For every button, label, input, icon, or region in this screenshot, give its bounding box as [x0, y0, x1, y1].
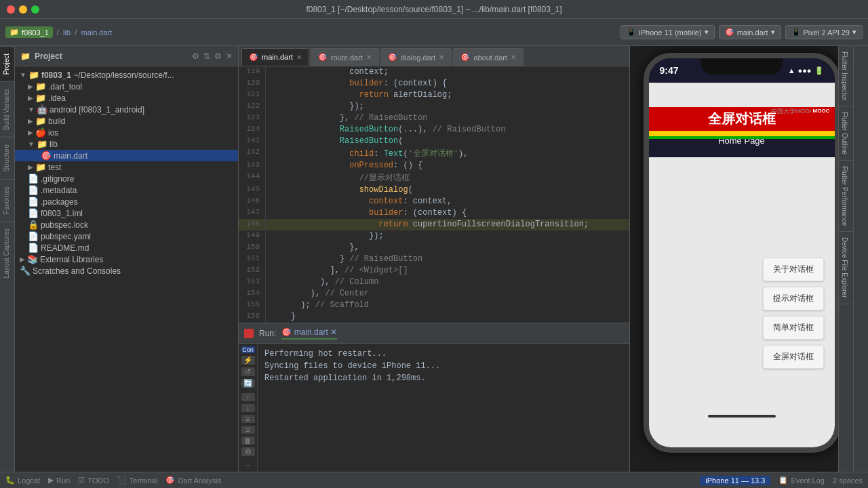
dart-icon: 🎯 — [388, 53, 397, 62]
scroll-up-icon[interactable]: ↑ — [241, 393, 255, 401]
tree-item-android[interactable]: ▼ 🤖 android [f0803_1_android] — [15, 104, 238, 115]
expand-arrow: ▶ — [28, 83, 33, 90]
tree-item-external-libraries[interactable]: ▶ 📚 External Libraries — [15, 253, 238, 265]
phone-btn-alert[interactable]: 提示对话框 — [763, 287, 824, 310]
phone-frame: 9:47 ▲ ●●● 🔋 全屏对话框 中国大学MOOC MOOC — [644, 53, 840, 453]
tab-flutter-inspector[interactable]: Flutter Inspector — [839, 46, 853, 106]
console-tab-restart[interactable]: ↺ — [241, 367, 255, 376]
tab-flutter-performance[interactable]: Flutter Performance — [839, 161, 853, 232]
tab-device-file-explorer[interactable]: Device File Explorer — [839, 232, 853, 304]
settings-icon[interactable]: ⚙ — [241, 447, 255, 456]
right-panel-tabs: Flutter Inspector Flutter Outline Flutte… — [838, 46, 853, 472]
wrap-lines-icon[interactable]: ≡ — [241, 415, 255, 423]
tree-item-ios[interactable]: ▶ 🍎 ios — [15, 127, 238, 138]
tree-item-build[interactable]: ▶ 📁 build — [15, 115, 238, 127]
tree-item-pubspec-lock[interactable]: 🔒 pubspec.lock — [15, 219, 238, 230]
breadcrumb-sep2: / — [75, 28, 77, 37]
device-status-badge[interactable]: iPhone 11 — 13.3 — [700, 476, 770, 485]
scroll-down-icon[interactable]: ↓ — [241, 404, 255, 412]
project-badge[interactable]: 📁 f0803_1 — [5, 26, 53, 38]
status-spaces[interactable]: 2 spaces — [833, 476, 863, 485]
terminal-icon: ⬛ — [117, 476, 127, 485]
status-bar: 🐛 Logcat ▶ Run ☑ TODO ⬛ Terminal 🎯 Dart … — [0, 472, 868, 488]
code-line: 144 //显示对话框 — [239, 171, 629, 184]
code-line: 142 child: Text('全屏对话框'), — [239, 147, 629, 160]
console-tab-sync[interactable]: 🔄 — [241, 379, 255, 388]
sidebar-item-build-variants[interactable]: Build Variants — [0, 81, 14, 137]
close-panel-icon[interactable]: ✕ — [226, 52, 233, 61]
green-bar — [649, 136, 835, 139]
tab-close-icon[interactable]: ✕ — [330, 327, 337, 337]
tree-item-idea[interactable]: ▶ 📁 .idea — [15, 92, 238, 104]
phone-btn-fullscreen[interactable]: 全屏对话框 — [763, 345, 824, 369]
status-run[interactable]: ▶ Run — [48, 476, 70, 485]
status-event-log[interactable]: 📋 Event Log — [778, 476, 825, 485]
tab-flutter-outline[interactable]: Flutter Outline — [839, 106, 853, 161]
tree-item-root[interactable]: ▼ 📁 f0803_1 ~/Desktop/lesson/source/f... — [15, 69, 238, 81]
console-line: Syncing files to device iPhone 11... — [264, 360, 623, 372]
folder-icon: 📁 — [20, 52, 31, 61]
sidebar-item-layout-captures[interactable]: Layout Captures — [0, 221, 14, 285]
phone-buttons: 关于对话框 提示对话框 简单对话框 全屏对话框 — [763, 258, 824, 369]
close-button[interactable] — [7, 5, 15, 14]
tab-close-icon[interactable]: ✕ — [366, 54, 372, 61]
code-line: 124 RaisedButton(...), // RaisedButton — [239, 124, 629, 136]
config-icon[interactable]: ⚙ — [214, 52, 222, 61]
more-icon[interactable]: ·· — [246, 462, 250, 469]
code-line: 151 } // RaisedButton — [239, 253, 629, 265]
sidebar-item-structure[interactable]: Structure — [0, 137, 14, 179]
tree-item-packages[interactable]: 📄 .packages — [15, 196, 238, 207]
project-icon: 📁 — [9, 28, 19, 37]
breadcrumb-lib[interactable]: lib — [63, 28, 71, 37]
left-strip: Project Build Variants Structure Favorit… — [0, 46, 15, 472]
code-line: 119 context; — [239, 66, 629, 78]
tree-item-main-dart[interactable]: 🎯 main.dart — [15, 150, 238, 161]
tab-close-icon[interactable]: ✕ — [439, 54, 444, 61]
tree-item-readme[interactable]: 📄 README.md — [15, 242, 238, 253]
tree-item-test[interactable]: ▶ 📁 test — [15, 161, 238, 173]
sidebar-item-favorites[interactable]: Favorites — [0, 179, 14, 221]
sidebar-item-project[interactable]: Project — [0, 46, 14, 81]
status-todo[interactable]: ☑ TODO — [78, 476, 109, 485]
phone-btn-simple[interactable]: 简单对话框 — [763, 316, 824, 340]
console-tab-lightning[interactable]: ⚡ — [241, 356, 255, 365]
filter-icon[interactable]: ≡ — [241, 426, 255, 434]
code-editor[interactable]: 119 context; 120 builder: (context) { 12… — [239, 66, 629, 323]
tab-close-icon[interactable]: ✕ — [296, 54, 302, 61]
run-config[interactable]: 🎯 main.dart ▾ — [719, 25, 781, 39]
tree-item-scratches[interactable]: 🔧 Scratches and Consoles — [15, 265, 238, 277]
tree-item-iml[interactable]: 📄 f0803_1.iml — [15, 207, 238, 219]
clear-console-icon[interactable]: 🗑 — [241, 436, 255, 445]
tree-item-metadata[interactable]: 📄 .metadata — [15, 184, 238, 196]
device-selector[interactable]: 📱 iPhone 11 (mobile) ▾ — [620, 25, 714, 39]
stop-button[interactable] — [244, 329, 254, 338]
run-config-name: main.dart — [737, 28, 768, 37]
phone-btn-about[interactable]: 关于对话框 — [763, 258, 824, 281]
device-name: iPhone 11 (mobile) — [639, 28, 701, 37]
tab-main-dart[interactable]: 🎯 main.dart ✕ — [241, 48, 309, 66]
status-dart-analysis[interactable]: 🎯 Dart Analysis — [165, 476, 221, 485]
settings-gear-icon[interactable]: ⚙ — [192, 52, 199, 61]
dart-icon: 🎯 — [281, 327, 292, 337]
status-logcat[interactable]: 🐛 Logcat — [5, 476, 40, 485]
breadcrumb-sep1: / — [57, 28, 59, 37]
tree-item-dart-tool[interactable]: ▶ 📁 .dart_tool — [15, 81, 238, 92]
tab-close-icon[interactable]: ✕ — [511, 54, 516, 61]
status-terminal[interactable]: ⬛ Terminal — [117, 476, 158, 485]
tab-about-dart[interactable]: 🎯 about.dart ✕ — [453, 48, 524, 66]
console-tab-console[interactable]: Con — [241, 346, 255, 353]
build-target-chevron: ▾ — [852, 28, 856, 37]
tab-dialog-dart[interactable]: 🎯 dialog.dart ✕ — [380, 48, 452, 66]
build-target[interactable]: 📱 Pixel 2 API 29 ▾ — [785, 25, 863, 39]
run-file-tab[interactable]: 🎯 main.dart ✕ — [281, 327, 337, 340]
expand-arrow: ▼ — [20, 71, 26, 79]
tab-route-dart[interactable]: 🎯 route.dart ✕ — [311, 48, 379, 66]
tree-item-lib[interactable]: ▼ 📁 lib — [15, 138, 238, 150]
tree-item-gitignore[interactable]: 📄 .gitignore — [15, 173, 238, 184]
status-right: iPhone 11 — 13.3 📋 Event Log 2 spaces — [700, 476, 863, 485]
breadcrumb-file[interactable]: main.dart — [81, 28, 112, 37]
sort-icon[interactable]: ⇅ — [203, 52, 210, 61]
tree-item-pubspec-yaml[interactable]: 📄 pubspec.yaml — [15, 230, 238, 242]
minimize-button[interactable] — [19, 5, 27, 14]
maximize-button[interactable] — [31, 5, 39, 14]
